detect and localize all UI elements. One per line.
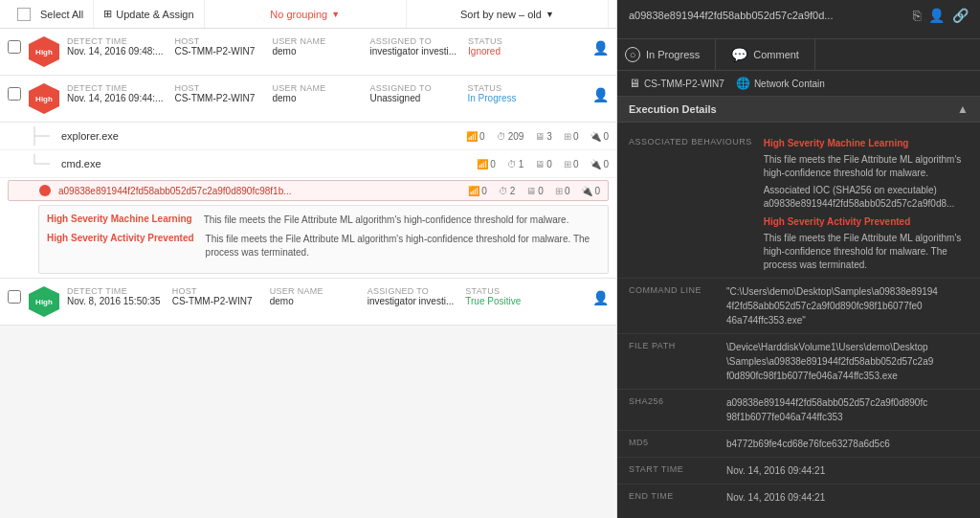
- grid-stat: ⊞ 0: [555, 186, 570, 196]
- user-label: USER NAME: [272, 36, 358, 46]
- grouping-button[interactable]: No grouping ▼: [205, 0, 407, 28]
- process-name-explorer: explorer.exe: [61, 130, 458, 142]
- network-contain-item[interactable]: 🌐 Network Contain: [736, 77, 825, 90]
- header-icons: ⎘ 👤 🔗: [913, 8, 969, 23]
- status-value: In Progress: [467, 93, 553, 103]
- sort-label: Sort by new – old: [460, 9, 542, 20]
- status-label: STATUS: [468, 36, 554, 46]
- behaviours-key: ASSOCIATED BEHAVIOURS: [629, 136, 752, 146]
- host-section: HOST CS-TMM-P2-WIN7: [172, 286, 258, 306]
- right-header: a09838e891944f2fd58abb052d57c2a9f0d... ⎘…: [617, 0, 980, 39]
- incident-checkbox[interactable]: [8, 290, 21, 304]
- tree-connector: [31, 126, 54, 146]
- host-name: CS-TMM-P2-WIN7: [644, 79, 724, 89]
- incident-row-3[interactable]: High +1 DETECT TIME Nov. 8, 2016 15:50:3…: [0, 279, 616, 326]
- tree-row-explorer[interactable]: explorer.exe 📶 0 ⏱ 209 🖥 3 ⊞: [0, 123, 616, 150]
- assigned-label: ASSIGNED TO: [368, 286, 455, 296]
- user-value: demo: [272, 93, 358, 103]
- detect-time-value: Nov. 14, 2016 09:48:...: [67, 46, 163, 56]
- right-action-bar: ○ In Progress 💬 Comment: [617, 39, 980, 71]
- detail-row-filepath: FILE PATH \Device\HarddiskVolume1\Users\…: [617, 334, 980, 390]
- incident-row[interactable]: High DETECT TIME Nov. 14, 2016 09:48:...…: [0, 29, 616, 76]
- grid-value: 0: [573, 131, 579, 142]
- detect-time-value: Nov. 14, 2016 09:44:...: [67, 93, 163, 103]
- host-label: HOST: [174, 36, 260, 46]
- assign-icon[interactable]: 👤: [592, 40, 609, 56]
- clock-value: 209: [508, 131, 524, 142]
- assign-icon[interactable]: 👤: [592, 290, 609, 305]
- incident-checkbox[interactable]: [8, 87, 21, 101]
- host-section: HOST CS-TMM-P2-WIN7: [174, 36, 260, 56]
- detail-row-sha256: SHA256 a09838e891944f2fd58abb052d57c2a9f…: [617, 390, 980, 431]
- plug-value: 0: [603, 131, 609, 142]
- status-section: STATUS Ignored: [468, 36, 554, 56]
- sort-button[interactable]: Sort by new – old ▼: [407, 0, 609, 28]
- malware-name: a09838e891944f2fd58abb052d57c2a9f0d890fc…: [58, 186, 460, 196]
- user-add-icon[interactable]: 👤: [928, 8, 945, 23]
- malware-row[interactable]: a09838e891944f2fd58abb052d57c2a9f0d890fc…: [8, 180, 609, 201]
- detect-time-label: DETECT TIME: [67, 36, 163, 46]
- monitor-icon: 🖥: [526, 186, 536, 196]
- tree-container: explorer.exe 📶 0 ⏱ 209 🖥 3 ⊞: [0, 123, 616, 279]
- assigned-section: ASSIGNED TO Unassigned: [369, 83, 456, 103]
- left-panel: Select All ⊞ Update & Assign No grouping…: [0, 0, 617, 518]
- detail-row-prevented: High Severity Activity Prevented This fi…: [47, 233, 600, 259]
- execution-toggle[interactable]: ▲: [957, 102, 969, 116]
- filepath-value: \Device\HarddiskVolume1\Users\demo\Deskt…: [726, 340, 969, 383]
- comment-icon: 💬: [731, 47, 747, 62]
- tree-connector-cmd: [31, 154, 54, 173]
- plug-stat: 🔌 0: [581, 186, 600, 196]
- assigned-label: ASSIGNED TO: [369, 83, 456, 93]
- host-item[interactable]: 🖥 CS-TMM-P2-WIN7: [629, 77, 724, 90]
- host-section: HOST CS-TMM-P2-WIN7: [174, 83, 260, 103]
- severity-badge-high: High: [29, 36, 59, 67]
- grid-value: 0: [565, 186, 570, 196]
- comment-action[interactable]: 💬 Comment: [716, 39, 815, 70]
- tree-stats-cmd: 📶 0 ⏱ 1 🖥 0 ⊞ 0: [477, 159, 609, 169]
- status-action[interactable]: ○ In Progress: [617, 39, 716, 70]
- select-all-checkbox[interactable]: [17, 8, 31, 21]
- tree-row-cmd[interactable]: cmd.exe 📶 0 ⏱ 1 🖥 0 ⊞: [0, 150, 616, 178]
- update-icon: ⊞: [103, 8, 112, 20]
- status-value: Ignored: [468, 46, 554, 56]
- severity-badge-high-green: High +1: [29, 286, 59, 317]
- plug-stat: 🔌 0: [590, 159, 609, 169]
- grid-stat: ⊞ 0: [564, 131, 579, 142]
- link-icon[interactable]: 🔗: [952, 8, 969, 23]
- wifi-icon: 📶: [477, 159, 488, 169]
- clock-icon: ⏱: [497, 131, 506, 142]
- behaviour-text-2: This file meets the File Attribute ML al…: [764, 232, 969, 272]
- user-value: demo: [272, 46, 358, 56]
- detail-row-cmdline: COMMAND LINE "C:\Users\demo\Desktop\Samp…: [617, 279, 980, 334]
- user-value: demo: [270, 296, 356, 306]
- monitor-stat: 🖥 3: [535, 131, 552, 142]
- monitor-icon: 🖥: [535, 131, 545, 142]
- incident-checkbox[interactable]: [8, 40, 21, 54]
- cmdline-key: COMMAND LINE: [629, 284, 715, 295]
- plug-icon: 🔌: [590, 159, 601, 169]
- right-panel: a09838e891944f2fd58abb052d57c2a9f0d... ⎘…: [617, 0, 980, 518]
- clock-value: 2: [510, 186, 516, 196]
- process-name-cmd: cmd.exe: [61, 158, 469, 169]
- tree-stats-malware: 📶 0 ⏱ 2 🖥 0 ⊞ 0: [468, 186, 600, 196]
- plus-badge: +1: [54, 282, 67, 296]
- clock-stat: ⏱ 2: [499, 186, 516, 196]
- wifi-stat: 📶 0: [477, 159, 496, 169]
- grouping-label: No grouping: [270, 9, 327, 20]
- detail-row-endtime: END TIME Nov. 14, 2016 09:44:21: [617, 484, 980, 510]
- host-value: CS-TMM-P2-WIN7: [172, 296, 258, 306]
- md5-key: MD5: [629, 437, 715, 447]
- copy-icon[interactable]: ⎘: [913, 8, 921, 23]
- incident-row-expanded[interactable]: High +1 DETECT TIME Nov. 14, 2016 09:44:…: [0, 76, 616, 123]
- status-section: STATUS In Progress: [467, 83, 553, 103]
- select-all-button[interactable]: Select All: [8, 0, 94, 28]
- update-assign-button[interactable]: ⊞ Update & Assign: [94, 0, 204, 28]
- status-section: STATUS True Positive: [465, 286, 551, 306]
- detect-time-section: DETECT TIME Nov. 14, 2016 09:44:...: [67, 83, 163, 103]
- plug-icon: 🔌: [590, 131, 601, 142]
- status-label: STATUS: [465, 286, 551, 296]
- sha256-value: a09838e891944f2fd58abb052d57c2a9f0d890fc…: [726, 395, 969, 424]
- assign-icon[interactable]: 👤: [592, 87, 609, 102]
- user-section: USER NAME demo: [270, 286, 356, 306]
- malware-indicator: [39, 185, 51, 196]
